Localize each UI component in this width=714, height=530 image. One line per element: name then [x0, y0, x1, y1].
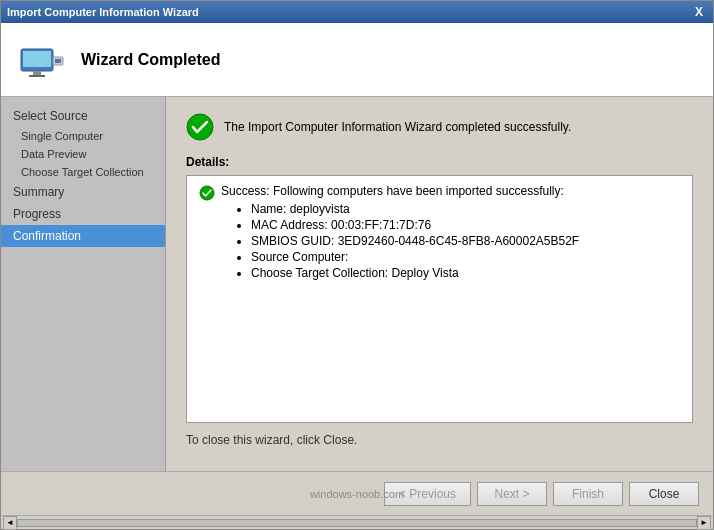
sidebar-section-summary: Summary — [1, 181, 165, 203]
scrollbar-left-button[interactable]: ◄ — [3, 516, 17, 530]
list-item: Name: deployvista — [251, 202, 579, 216]
details-success-icon — [199, 185, 215, 201]
details-success-row: Success: Following computers have been i… — [199, 184, 680, 282]
sidebar-section-progress: Progress — [1, 203, 165, 225]
sidebar: Select Source Single Computer Data Previ… — [1, 97, 166, 471]
scrollbar-right-button[interactable]: ► — [697, 516, 711, 530]
sidebar-item-data-preview: Data Preview — [1, 145, 165, 163]
scrollbar-track — [17, 519, 697, 527]
next-button[interactable]: Next > — [477, 482, 547, 506]
wizard-window: Import Computer Information Wizard X Wiz… — [0, 0, 714, 530]
list-item: Choose Target Collection: Deploy Vista — [251, 266, 579, 280]
footer: windows-noob.com < Previous Next > Finis… — [1, 471, 713, 515]
close-button[interactable]: Close — [629, 482, 699, 506]
sidebar-item-single-computer: Single Computer — [1, 127, 165, 145]
main-content: The Import Computer Information Wizard c… — [166, 97, 713, 471]
wizard-body: Select Source Single Computer Data Previ… — [1, 97, 713, 471]
details-label: Details: — [186, 155, 693, 169]
list-item: MAC Address: 00:03:FF:71:7D:76 — [251, 218, 579, 232]
svg-point-7 — [200, 186, 214, 200]
wizard-header: Wizard Completed — [1, 23, 713, 97]
details-box: Success: Following computers have been i… — [186, 175, 693, 423]
sidebar-section-select-source: Select Source — [1, 105, 165, 127]
success-row: The Import Computer Information Wizard c… — [186, 113, 693, 141]
watermark: windows-noob.com — [310, 488, 404, 500]
svg-rect-1 — [23, 51, 51, 67]
success-message: The Import Computer Information Wizard c… — [224, 120, 571, 134]
sidebar-section-confirmation: Confirmation — [1, 225, 165, 247]
svg-rect-5 — [55, 59, 61, 63]
details-success-text: Success: Following computers have been i… — [221, 184, 579, 282]
details-list: Name: deployvista MAC Address: 00:03:FF:… — [221, 202, 579, 280]
window-title: Import Computer Information Wizard — [7, 6, 199, 18]
close-hint: To close this wizard, click Close. — [186, 433, 693, 447]
wizard-header-icon — [17, 35, 67, 85]
svg-rect-3 — [29, 75, 45, 77]
svg-point-6 — [187, 114, 213, 140]
list-item: Source Computer: — [251, 250, 579, 264]
list-item: SMBIOS GUID: 3ED92460-0448-6C45-8FB8-A60… — [251, 234, 579, 248]
title-bar: Import Computer Information Wizard X — [1, 1, 713, 23]
wizard-header-title: Wizard Completed — [81, 51, 220, 69]
window-close-button[interactable]: X — [691, 5, 707, 19]
sidebar-item-choose-target: Choose Target Collection — [1, 163, 165, 181]
scrollbar-area: ◄ ► — [1, 515, 713, 529]
svg-rect-2 — [33, 71, 41, 75]
finish-button[interactable]: Finish — [553, 482, 623, 506]
success-icon — [186, 113, 214, 141]
